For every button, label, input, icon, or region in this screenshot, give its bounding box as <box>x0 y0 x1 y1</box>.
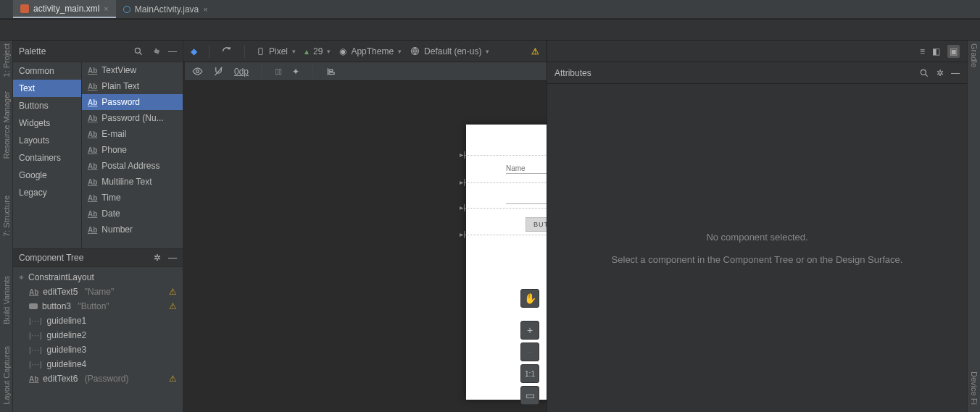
rail-gradle[interactable]: Gradle <box>970 43 979 67</box>
tree-item[interactable]: button3 "Button"⚠ <box>13 299 183 314</box>
svg-rect-7 <box>329 70 333 71</box>
gear-icon[interactable]: ✲ <box>154 253 161 263</box>
warning-icon[interactable]: ⚠ <box>531 46 539 56</box>
tree-item[interactable]: |···|guideline3 <box>13 342 183 357</box>
locale-picker[interactable]: Default (en-us)▾ <box>410 46 489 56</box>
warning-icon: ⚠ <box>169 301 177 311</box>
rail-build-variants[interactable]: Build Variants <box>2 276 11 324</box>
edittext-icon: Ab <box>29 288 38 296</box>
zoom-fit-button[interactable]: 1:1 <box>520 364 539 383</box>
palette-category-legacy[interactable]: Legacy <box>13 184 81 201</box>
preview-button[interactable]: BUTTON <box>526 217 547 232</box>
palette-widget[interactable]: AbTextView <box>82 62 183 78</box>
gear-icon[interactable] <box>151 46 161 56</box>
search-icon[interactable] <box>919 68 929 78</box>
split-view-icon[interactable]: ◧ <box>932 46 940 56</box>
design-toolbar: ◆ Pixel▾ ▴29▾ ◉AppTheme▾ Def <box>183 41 547 62</box>
svg-point-9 <box>921 70 926 75</box>
tree-item[interactable]: |···|guideline1 <box>13 314 183 328</box>
editor-tabs: activity_main.xml × MainActivity.java × <box>0 0 980 19</box>
design-view-icon[interactable]: ▣ <box>947 45 960 58</box>
minimize-icon[interactable]: — <box>168 46 177 56</box>
zoom-controls: ✋ + − 1:1 ▭ <box>520 289 539 405</box>
default-margin[interactable]: 0dp <box>234 67 249 77</box>
guideline-handle-icon[interactable]: ▸| <box>459 203 466 212</box>
palette-category-containers[interactable]: Containers <box>13 149 81 167</box>
search-icon[interactable] <box>133 46 144 56</box>
close-icon[interactable]: × <box>104 4 108 13</box>
rail-resource-manager[interactable]: Resource Manager <box>2 91 11 159</box>
tab-main-activity[interactable]: MainActivity.java × <box>116 0 215 18</box>
button-icon <box>29 303 38 309</box>
rail-layout-captures[interactable]: Layout Captures <box>2 346 11 405</box>
infer-constraints-icon[interactable]: ✦ <box>292 67 299 77</box>
rail-structure[interactable]: 7: Structure <box>2 196 11 237</box>
palette-category-common[interactable]: Common <box>13 62 81 80</box>
palette-widget[interactable]: AbNumber <box>82 222 183 237</box>
api-picker[interactable]: ▴29▾ <box>304 46 331 56</box>
gear-icon[interactable]: ✲ <box>937 68 944 78</box>
code-view-icon[interactable]: ≡ <box>920 46 925 56</box>
palette-category-widgets[interactable]: Widgets <box>13 114 81 132</box>
palette-widget[interactable]: AbDate <box>82 206 183 222</box>
minimize-icon[interactable]: — <box>168 253 177 263</box>
preview-edittext-password[interactable] <box>506 195 547 204</box>
palette-widget[interactable]: AbPostal Address <box>82 158 183 174</box>
zoom-actual-button[interactable]: ▭ <box>520 386 539 405</box>
palette-widget[interactable]: AbPassword <box>82 94 183 110</box>
tab-activity-main[interactable]: activity_main.xml × <box>13 0 116 18</box>
preview-edittext-name[interactable] <box>506 164 547 174</box>
clear-constraints-icon[interactable]: ✕ͨ <box>275 67 282 77</box>
tree-root[interactable]: ⌖ ConstraintLayout <box>13 270 183 285</box>
eye-icon[interactable] <box>192 66 203 77</box>
palette-category-google[interactable]: Google <box>13 167 81 184</box>
attributes-header: Attributes ✲ — <box>547 62 967 84</box>
autoconnect-icon[interactable] <box>213 66 224 77</box>
close-icon[interactable]: × <box>203 5 207 14</box>
device-picker[interactable]: Pixel▾ <box>257 46 296 57</box>
palette-widget[interactable]: AbPlain Text <box>82 78 183 94</box>
text-widget-icon: Ab <box>88 67 97 75</box>
svg-rect-2 <box>259 48 263 54</box>
palette-category-text[interactable]: Text <box>13 80 81 97</box>
palette-widgets: AbTextViewAbPlain TextAbPasswordAbPasswo… <box>82 62 183 248</box>
orientation-icon[interactable] <box>221 46 233 57</box>
view-mode-icon[interactable]: ◆ <box>191 46 197 56</box>
palette-widget[interactable]: AbE-mail <box>82 126 183 142</box>
tree-item[interactable]: AbeditText6 (Password)⚠ <box>13 371 183 386</box>
palette-widget[interactable]: AbMultiline Text <box>82 174 183 190</box>
palette-category-buttons[interactable]: Buttons <box>13 97 81 114</box>
left-tool-rail: 1: Project Resource Manager 7: Structure… <box>0 41 13 412</box>
text-widget-icon: Ab <box>88 83 97 91</box>
palette-widget[interactable]: AbTime <box>82 190 183 206</box>
tree-item[interactable]: AbeditText5 "Name"⚠ <box>13 285 183 299</box>
palette-category-layouts[interactable]: Layouts <box>13 132 81 149</box>
tree-item[interactable]: |···|guideline4 <box>13 357 183 371</box>
theme-picker[interactable]: ◉AppTheme▾ <box>339 46 402 56</box>
text-widget-icon: Ab <box>88 178 97 186</box>
design-canvas[interactable]: ▸| ▸| ▸| ▸| BUTTON ✋ + − 1:1 ▭ <box>183 81 547 412</box>
component-tree-header: Component Tree ✲ — <box>13 248 183 267</box>
guideline-handle-icon[interactable]: ▸| <box>459 178 466 187</box>
guideline-icon: |···| <box>29 346 43 354</box>
tree-item[interactable]: |···|guideline2 <box>13 328 183 342</box>
guideline-handle-icon[interactable]: ▸| <box>459 230 466 239</box>
attributes-panel: ≡ ◧ ▣ Attributes ✲ — No component select… <box>547 41 967 412</box>
zoom-in-button[interactable]: + <box>520 321 539 340</box>
text-widget-icon: Ab <box>88 146 97 154</box>
pan-icon[interactable]: ✋ <box>520 289 539 308</box>
align-icon[interactable] <box>326 67 336 77</box>
attributes-title: Attributes <box>555 68 591 78</box>
guideline-handle-icon[interactable]: ▸| <box>459 151 466 159</box>
palette-widget[interactable]: AbPassword (Nu... <box>82 110 183 126</box>
svg-line-1 <box>140 52 142 54</box>
java-file-icon <box>123 6 130 13</box>
palette-header: Palette — <box>13 41 183 62</box>
rail-project[interactable]: 1: Project <box>2 43 11 77</box>
zoom-out-button[interactable]: − <box>520 342 539 361</box>
palette-widget[interactable]: AbPhone <box>82 142 183 158</box>
palette-panel: Palette — CommonTextButtonsWidgetsLayout… <box>13 41 183 412</box>
minimize-icon[interactable]: — <box>951 68 960 78</box>
right-tool-rail: Gradle Device Fi <box>967 41 980 412</box>
rail-device-file[interactable]: Device Fi <box>970 371 979 405</box>
